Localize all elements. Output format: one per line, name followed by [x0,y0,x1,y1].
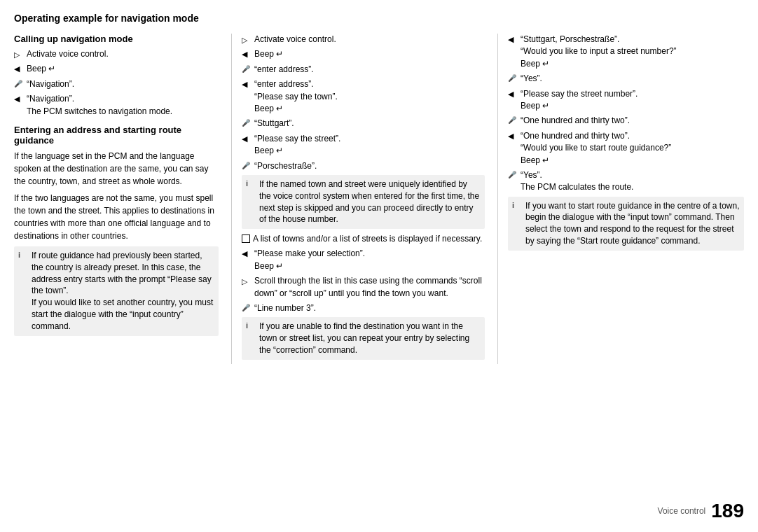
left-items: ▷ Activate voice control. ◀ Beep ↵ 🎤 “Na… [14,48,219,118]
arrow-icon: ▷ [242,276,251,287]
info-text: If you are unable to find the destinatio… [259,321,481,356]
entry-text: “Navigation”. [27,78,219,90]
footer-page: 189 [711,500,744,522]
speaker-icon: ◀ [242,134,251,144]
voice-icon: 🎤 [242,118,251,128]
info-text: If you want to start route guidance in t… [525,200,740,247]
entry-text: “Stuttgart, Porschestraße”.“Would you li… [521,34,744,70]
entry-text: Beep ↵ [27,63,219,75]
list-item: 🎤 “Navigation”. [14,78,219,90]
info-box: i If route guidance had previously been … [14,246,219,336]
info-text: If route guidance had previously been st… [32,250,214,332]
speaker-icon: ◀ [242,49,251,59]
entry-text: Activate voice control. [27,48,219,60]
info-icon: i [512,200,522,211]
entry-text: “Yes”. [521,73,744,85]
list-item: 🎤 “Yes”.The PCM calculates the route. [508,169,744,194]
info-box: i If you are unable to find the destinat… [242,317,485,359]
col-left: Calling up navigation mode ▷ Activate vo… [14,34,231,364]
arrow-icon: ▷ [14,50,24,60]
list-item: ◀ “Stuttgart, Porschestraße”.“Would you … [508,34,744,70]
entry-text: “Line number 3”. [254,302,485,314]
info-icon: i [18,250,28,260]
body2: If the two languages are not the same, y… [14,192,219,242]
entry-text: “Yes”.The PCM calculates the route. [521,169,744,194]
entry-text: “One hundred and thirty two”.“Would you … [521,130,744,167]
voice-icon: 🎤 [508,74,518,83]
speaker-icon: ◀ [14,94,24,104]
entry-text: “Please say the street”.Beep ↵ [254,133,485,158]
info-icon: i [246,178,256,189]
list-item: ◀ “Please make your selection”.Beep ↵ [242,248,485,272]
info-icon: i [246,321,256,331]
left-info: i If route guidance had previously been … [14,246,219,336]
entry-text: “Please make your selection”.Beep ↵ [254,248,485,272]
list-item: ◀ “Navigation”.The PCM switches to navig… [14,93,219,118]
list-item: ▷ Scroll through the list in this case u… [242,275,485,300]
speaker-icon: ◀ [508,131,518,141]
list-item: ▷ Activate voice control. [14,48,219,60]
mid-items: ▷ Activate voice control. ◀ Beep ↵ 🎤 “en… [242,34,485,360]
list-item: 🎤 “Porschestraße”. [242,160,485,172]
speaker-icon: ◀ [508,34,518,45]
col-mid: ▷ Activate voice control. ◀ Beep ↵ 🎤 “en… [231,34,497,364]
speaker-icon: ◀ [14,64,24,74]
right-items: ◀ “Stuttgart, Porschestraße”.“Would you … [508,34,744,251]
body1: If the language set in the PCM and the l… [14,150,219,188]
main-title: Operating example for navigation mode [14,13,744,24]
page-layout: Operating example for navigation mode Ca… [14,13,744,364]
col-right: ◀ “Stuttgart, Porschestraße”.“Would you … [497,34,744,364]
list-item: ◀ “enter address”.“Please say the town”.… [242,78,485,115]
page-footer: Voice control 189 [658,500,744,522]
arrow-icon: ▷ [242,35,251,46]
voice-icon: 🎤 [242,161,251,171]
list-item: 🎤 “Line number 3”. [242,302,485,314]
voice-icon: 🎤 [14,79,24,89]
list-item: 🎤 “One hundred and thirty two”. [508,115,744,127]
entry-text: “Please say the street number”.Beep ↵ [521,88,744,113]
info-box: i If the named town and street were uniq… [242,175,485,229]
entry-text: “enter address”. [254,64,485,76]
voice-icon: 🎤 [242,64,251,74]
entry-text: Beep ↵ [254,48,485,60]
entry-text: “Porschestraße”. [254,160,485,172]
entry-text: “Stuttgart”. [254,118,485,130]
voice-icon: 🎤 [242,303,251,313]
entry-text: “enter address”.“Please say the town”.Be… [254,78,485,115]
checkbox-icon [242,234,250,243]
speaker-icon: ◀ [242,248,251,259]
list-item: ◀ Beep ↵ [242,48,485,60]
entry-text: Scroll through the list in this case usi… [254,275,485,300]
list-item: ▷ Activate voice control. [242,34,485,46]
list-item: 🎤 “Yes”. [508,73,744,85]
section1-heading: Calling up navigation mode [14,34,219,44]
list-item: ◀ “One hundred and thirty two”.“Would yo… [508,130,744,167]
section2-heading: Entering an address and starting route g… [14,125,219,146]
entry-text: “Navigation”.The PCM switches to navigat… [27,93,219,118]
columns: Calling up navigation mode ▷ Activate vo… [14,34,744,364]
footer-label: Voice control [658,506,706,516]
entry-text: A list of towns and/or a list of streets… [253,233,485,245]
entry-text: “One hundred and thirty two”. [521,115,744,127]
list-item: 🎤 “enter address”. [242,64,485,76]
list-item: ◀ “Please say the street number”.Beep ↵ [508,88,744,113]
voice-icon: 🎤 [508,170,518,180]
list-item: 🎤 “Stuttgart”. [242,118,485,130]
speaker-icon: ◀ [508,89,518,99]
list-item: A list of towns and/or a list of streets… [242,233,485,245]
voice-icon: 🎤 [508,115,518,125]
list-item: ◀ “Please say the street”.Beep ↵ [242,133,485,158]
entry-text: Activate voice control. [254,34,485,46]
info-text: If the named town and street were unique… [259,178,481,225]
list-item: ◀ Beep ↵ [14,63,219,75]
speaker-icon: ◀ [242,79,251,90]
info-box: i If you want to start route guidance in… [508,197,744,251]
